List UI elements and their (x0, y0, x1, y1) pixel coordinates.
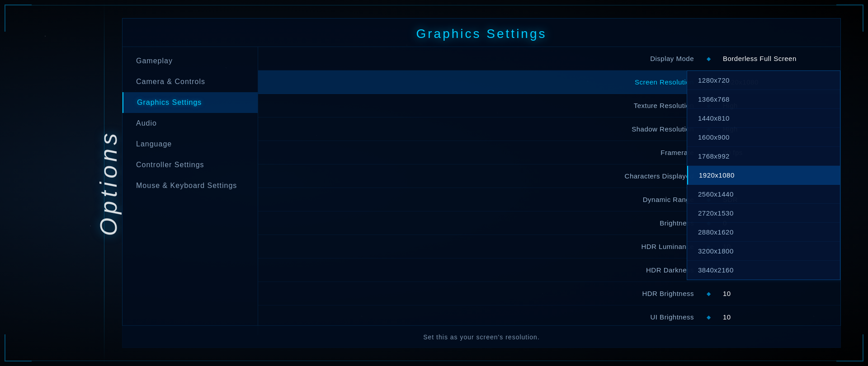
dropdown-item-1920x1080[interactable]: 1920x1080 (687, 166, 840, 185)
setting-value-hdr-brightness: 10 (714, 290, 840, 297)
arrow-indicator-hdr-brightness: ◆ (703, 291, 714, 297)
setting-label-hdr-darkness: HDR Darkness (258, 266, 703, 274)
options-label-text: Options (95, 130, 122, 236)
resolution-dropdown[interactable]: 1280x720 1366x768 1440x810 1600x900 1768… (687, 70, 840, 280)
setting-label-brightness: Brightness (258, 219, 703, 227)
setting-label-dynamic-range: Dynamic Range (258, 196, 703, 203)
corner-decoration-tl (5, 5, 32, 32)
dropdown-item-1768x992[interactable]: 1768x992 (687, 147, 840, 166)
content-area: Gameplay Camera & Controls Graphics Sett… (123, 47, 840, 335)
setting-label-shadow-resolution: Shadow Resolution (258, 125, 703, 133)
top-border-line (32, 5, 836, 5)
dropdown-item-2720x1530[interactable]: 2720x1530 (687, 204, 840, 223)
sidebar-item-gameplay[interactable]: Gameplay (123, 51, 258, 71)
setting-row-hdr-brightness[interactable]: HDR Brightness ◆ 10 (258, 282, 840, 305)
main-panel: Graphics Settings Gameplay Camera & Cont… (122, 18, 841, 348)
setting-label-screen-resolution: Screen Resolution (258, 78, 703, 86)
dropdown-item-2880x1620[interactable]: 2880x1620 (687, 223, 840, 242)
arrow-indicator-display-mode: ◆ (703, 56, 714, 62)
setting-label-texture-resolution: Texture Resolution (258, 102, 703, 109)
status-text: Set this as your screen's resolution. (423, 333, 540, 341)
dropdown-item-3200x1800[interactable]: 3200x1800 (687, 242, 840, 261)
dropdown-item-3840x2160[interactable]: 3840x2160 (687, 261, 840, 280)
status-bar: Set this as your screen's resolution. (122, 325, 841, 348)
side-decoration-line (104, 0, 104, 366)
panel-title: Graphics Settings (123, 19, 840, 47)
sidebar-item-language[interactable]: Language (123, 134, 258, 155)
sidebar-item-controller-settings[interactable]: Controller Settings (123, 155, 258, 175)
sidebar-item-audio[interactable]: Audio (123, 113, 258, 134)
setting-label-hdr-luminance: HDR Luminance (258, 243, 703, 250)
dropdown-item-1280x720[interactable]: 1280x720 (687, 71, 840, 90)
dropdown-item-1440x810[interactable]: 1440x810 (687, 109, 840, 128)
bottom-border-line (32, 361, 836, 361)
dropdown-item-2560x1440[interactable]: 2560x1440 (687, 185, 840, 204)
left-nav: Gameplay Camera & Controls Graphics Sett… (123, 47, 258, 335)
sidebar-item-graphics-settings[interactable]: Graphics Settings (123, 92, 258, 113)
setting-label-framerate: Framerate (258, 149, 703, 156)
corner-decoration-bl (5, 334, 32, 361)
dropdown-item-1600x900[interactable]: 1600x900 (687, 128, 840, 147)
sidebar-item-mouse-keyboard-settings[interactable]: Mouse & Keyboard Settings (123, 175, 258, 196)
setting-label-display-mode: Display Mode (258, 55, 703, 62)
setting-value-ui-brightness: 10 (714, 313, 840, 321)
setting-value-display-mode: Borderless Full Screen (714, 55, 840, 62)
setting-label-ui-brightness: UI Brightness (258, 313, 703, 321)
setting-label-characters-displayed: Characters Displayed (258, 172, 703, 180)
dropdown-item-1366x768[interactable]: 1366x768 (687, 90, 840, 109)
options-sidebar: Options (97, 20, 120, 346)
setting-label-hdr-brightness: HDR Brightness (258, 290, 703, 297)
arrow-indicator-ui-brightness: ◆ (703, 314, 714, 320)
setting-row-display-mode[interactable]: Display Mode ◆ Borderless Full Screen (258, 47, 840, 70)
settings-area: Display Mode ◆ Borderless Full Screen Sc… (258, 47, 840, 335)
sidebar-item-camera-controls[interactable]: Camera & Controls (123, 71, 258, 92)
